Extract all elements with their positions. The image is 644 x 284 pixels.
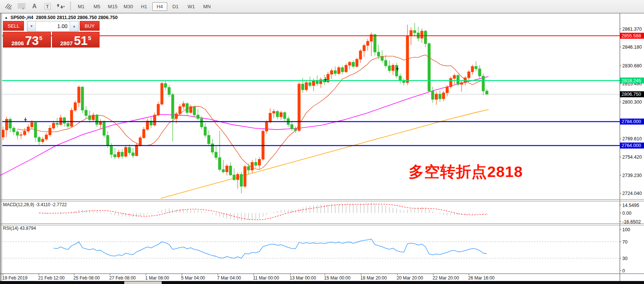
svg-text:0: 0 [622,268,625,274]
svg-text:27 Feb 08:00: 27 Feb 08:00 [109,275,136,281]
svg-text:2818.245: 2818.245 [622,78,641,83]
svg-text:15 Mar 00:00: 15 Mar 00:00 [324,275,351,281]
svg-text:70: 70 [622,239,628,245]
svg-text:2784.000: 2784.000 [622,119,641,124]
svg-text:2846.180: 2846.180 [622,45,642,50]
svg-text:19 Feb 2019: 19 Feb 2019 [2,275,28,281]
buy-price-sup: 5 [88,35,91,41]
svg-text:2855.588: 2855.588 [622,33,641,39]
svg-text:2830.680: 2830.680 [622,63,642,68]
buy-button[interactable]: BUY [80,21,100,31]
sell-price-big: 73 [25,36,39,46]
sell-price-prefix: 2806 [12,40,24,46]
window-bottom-edge-segment [124,281,162,284]
svg-text:22 Mar 20:00: 22 Mar 20:00 [433,275,459,281]
svg-text:0.00: 0.00 [622,211,631,216]
svg-text:2739.230: 2739.230 [622,173,642,178]
svg-text:2769.610: 2769.610 [622,136,642,141]
volume-stepper: ▼ ▲ [27,21,79,31]
chart-ohlc-values: 2809.500 2811.250 2806.750 2806.750 [36,15,117,20]
svg-text:7 Mar 04:00: 7 Mar 04:00 [217,275,241,281]
svg-text:13 Mar 00:00: 13 Mar 00:00 [290,275,316,281]
svg-text:11 Mar 00:00: 11 Mar 00:00 [253,275,279,281]
collapse-triangle-icon[interactable]: ▲ [4,16,8,19]
rsi-label: RSI(14) 43.8794 [3,226,36,231]
svg-text:2800.300: 2800.300 [622,100,642,105]
buy-price-quote[interactable]: 2807 51 5 [52,32,100,48]
volume-input[interactable] [36,21,70,31]
buy-price-prefix: 2807 [60,40,73,46]
sell-price-sup: 5 [39,35,42,41]
chart-symbol-label: SP500-,H4 [10,15,33,20]
svg-text:30: 30 [622,256,628,261]
svg-text:14.5495: 14.5495 [622,203,639,208]
sell-button[interactable]: SELL [3,21,24,31]
window-bottom-edge [0,281,644,284]
one-click-trading-panel: SELL ▼ ▲ BUY 2806 73 5 2807 51 5 [3,21,100,48]
svg-text:25 Feb 08:00: 25 Feb 08:00 [73,275,100,281]
svg-text:2724.040: 2724.040 [622,191,642,196]
sell-price-quote[interactable]: 2806 73 5 [3,32,51,48]
svg-text:26 Mar 16:00: 26 Mar 16:00 [468,275,495,281]
svg-text:2806.750: 2806.750 [622,92,641,97]
svg-text:-16.6502: -16.6502 [622,219,641,225]
svg-text:2754.420: 2754.420 [622,155,642,160]
svg-text:20 Mar 20:00: 20 Mar 20:00 [397,275,423,281]
svg-text:2764.000: 2764.000 [622,143,641,148]
svg-text:5 Mar 04:00: 5 Mar 04:00 [181,275,205,281]
chart-title: ▲ SP500-,H4 2809.500 2811.250 2806.750 2… [4,15,117,20]
volume-decrease-button[interactable]: ▼ [27,21,36,31]
svg-text:100: 100 [622,227,630,232]
buy-price-big: 51 [74,36,88,46]
svg-text:21 Feb 12:00: 21 Feb 12:00 [38,275,65,281]
svg-text:2861.370: 2861.370 [622,27,642,32]
svg-text:1 Mar 08:00: 1 Mar 08:00 [145,275,169,281]
chart-text-annotation: 多空转折点2818 [409,162,523,182]
svg-text:18 Mar 20:00: 18 Mar 20:00 [360,275,387,281]
volume-increase-button[interactable]: ▲ [70,21,78,31]
macd-label: MACD(12,26,9) -3.4110 -2.7722 [3,202,67,207]
